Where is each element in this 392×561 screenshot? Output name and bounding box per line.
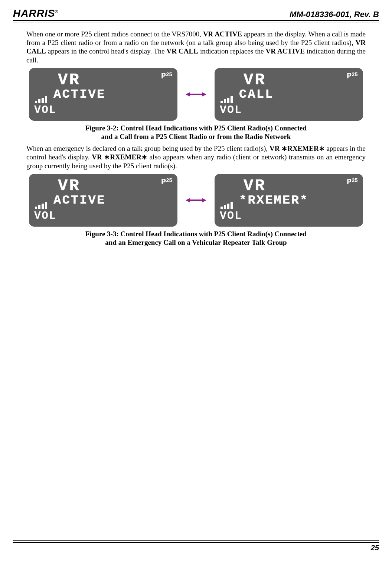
caption-line2: and an Emergency Call on a Vehicular Rep… — [105, 239, 287, 246]
page-header: HARRIS® MM-018336-001, Rev. B — [13, 7, 379, 21]
term-vr-active: VR ACTIVE — [203, 30, 242, 38]
svg-marker-2 — [202, 92, 206, 97]
double-arrow-icon — [186, 89, 206, 100]
p25-p: P — [347, 178, 352, 187]
paragraph-1: When one or more P25 client radios conne… — [13, 30, 379, 64]
text: appears in the control head's display. T… — [46, 47, 167, 55]
signal-icon — [35, 96, 47, 103]
brand-logo: HARRIS® — [13, 7, 58, 19]
figure-3-2-caption: Figure 3-2: Control Head Indications wit… — [13, 124, 379, 142]
footer-rule-thin — [13, 540, 379, 541]
p25-p: P — [161, 72, 166, 81]
lcd-line2: ACTIVE — [53, 194, 172, 207]
footer-rule-thick — [13, 542, 379, 543]
page-footer: 25 — [13, 540, 379, 552]
figure-3-3-caption: Figure 3-3: Control Head Indications wit… — [13, 230, 379, 247]
text: When one or more P25 client radios conne… — [26, 30, 203, 38]
svg-marker-4 — [186, 198, 190, 202]
signal-icon — [35, 202, 47, 209]
p25-25: 25 — [352, 178, 358, 184]
paragraph-2: When an emergency is declared on a talk … — [13, 144, 379, 170]
vol-label: VOL — [34, 104, 56, 116]
double-arrow-icon — [186, 195, 206, 206]
lcd-display-active: P25 VR ACTIVE VOL — [29, 68, 177, 121]
lcd-line1: VR — [244, 178, 358, 194]
caption-line1: Figure 3-2: Control Head Indications wit… — [85, 124, 307, 132]
vol-label: VOL — [34, 210, 56, 222]
lcd-display-call: P25 VR CALL VOL — [215, 68, 363, 121]
signal-icon — [220, 96, 233, 103]
caption-line1: Figure 3-3: Control Head Indications wit… — [85, 230, 307, 238]
p25-25: 25 — [352, 72, 358, 78]
page-number: 25 — [13, 544, 379, 552]
term-vr-call: VR CALL — [167, 47, 198, 55]
signal-icon — [220, 202, 233, 209]
svg-marker-1 — [186, 92, 190, 97]
caption-line2: and a Call from a P25 Client Radio or fr… — [101, 133, 291, 140]
p25-icon: P25 — [161, 72, 172, 81]
text: When an emergency is declared on a talk … — [26, 145, 270, 152]
lcd-line1: VR — [58, 72, 172, 88]
figure-3-3: P25 VR ACTIVE VOL P25 VR *RXEMER* VOL — [13, 174, 379, 227]
p25-icon: P25 — [161, 178, 172, 187]
document-id: MM-018336-001, Rev. B — [290, 10, 379, 19]
p25-icon: P25 — [347, 72, 358, 81]
header-rule — [13, 23, 379, 23]
lcd-line1: VR — [244, 72, 358, 88]
figure-3-2: P25 VR ACTIVE VOL P25 VR CALL VOL — [13, 68, 379, 121]
lcd-display-rxemer: P25 VR *RXEMER* VOL — [215, 174, 363, 227]
p25-p: P — [347, 72, 352, 81]
vol-label: VOL — [220, 104, 242, 116]
lcd-display-active: P25 VR ACTIVE VOL — [29, 174, 177, 227]
p25-p: P — [161, 178, 166, 187]
brand-text: HARRIS — [13, 7, 55, 19]
p25-icon: P25 — [347, 178, 358, 187]
term-vr-active: VR ACTIVE — [266, 47, 305, 55]
p25-25: 25 — [166, 72, 172, 78]
term-vr-rxemer: VR ∗RXEMER∗ — [270, 145, 325, 152]
lcd-line1: VR — [58, 178, 172, 194]
registered-mark: ® — [55, 9, 58, 14]
lcd-line2: ACTIVE — [53, 88, 172, 101]
svg-marker-5 — [202, 198, 206, 202]
lcd-line2: *RXEMER* — [239, 194, 358, 207]
text: indication replaces the — [198, 47, 266, 55]
lcd-line2: CALL — [239, 88, 358, 101]
vol-label: VOL — [220, 210, 242, 222]
p25-25: 25 — [166, 178, 172, 184]
term-vr-rxemer: VR ∗RXEMER∗ — [92, 153, 147, 161]
